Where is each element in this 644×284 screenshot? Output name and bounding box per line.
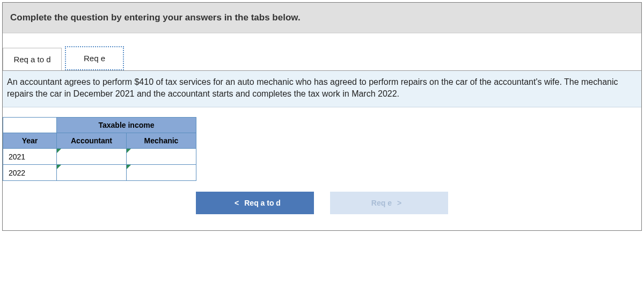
tab-req-a-to-d[interactable]: Req a to d — [3, 48, 62, 70]
tabs-row: Req a to d Req e — [3, 33, 641, 71]
table-row: 2022 — [3, 165, 196, 181]
accountant-2021-input[interactable] — [57, 149, 126, 164]
next-button[interactable]: Req e > — [330, 192, 448, 214]
next-button-label: Req e — [371, 199, 392, 207]
span-header-taxable-income: Taxable income — [57, 118, 196, 133]
blank-header — [3, 118, 57, 133]
table-row: 2021 — [3, 149, 196, 165]
mechanic-2022-input[interactable] — [127, 165, 196, 180]
chevron-left-icon: < — [235, 199, 239, 207]
prev-button-label: Req a to d — [244, 199, 281, 207]
chevron-right-icon: > — [397, 199, 401, 207]
question-container: Complete the question by entering your a… — [2, 2, 642, 231]
tab-req-e[interactable]: Req e — [65, 46, 124, 70]
question-prompt: An accountant agrees to perform $410 of … — [3, 71, 641, 107]
prev-button[interactable]: < Req a to d — [196, 192, 314, 214]
col-header-accountant: Accountant — [57, 133, 127, 149]
nav-buttons: < Req a to d Req e > — [3, 181, 641, 230]
input-cell-accountant-2022[interactable] — [57, 165, 127, 181]
year-cell: 2021 — [3, 149, 57, 165]
input-cell-mechanic-2022[interactable] — [127, 165, 196, 181]
col-header-year: Year — [3, 133, 57, 149]
answer-table-wrap: Taxable income Year Accountant Mechanic … — [3, 107, 641, 181]
accountant-2022-input[interactable] — [57, 165, 126, 180]
mechanic-2021-input[interactable] — [127, 149, 196, 164]
year-cell: 2022 — [3, 165, 57, 181]
instructions-bar: Complete the question by entering your a… — [3, 3, 641, 33]
input-cell-mechanic-2021[interactable] — [127, 149, 196, 165]
input-cell-accountant-2021[interactable] — [57, 149, 127, 165]
col-header-mechanic: Mechanic — [127, 133, 196, 149]
answer-table: Taxable income Year Accountant Mechanic … — [3, 117, 196, 181]
